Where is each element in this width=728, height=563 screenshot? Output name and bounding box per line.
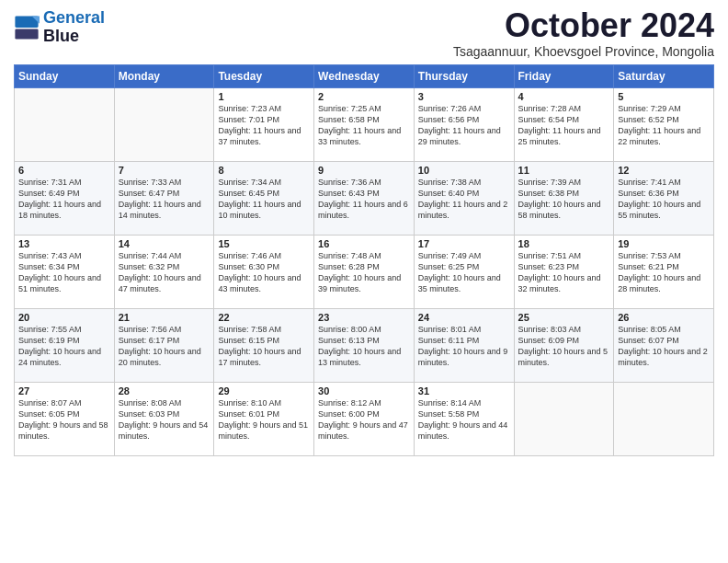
logo-line2: Blue: [43, 28, 105, 46]
day-number: 2: [318, 91, 410, 102]
day-info: Sunrise: 7:28 AM Sunset: 6:54 PM Dayligh…: [518, 103, 610, 148]
day-info: Sunrise: 7:46 AM Sunset: 6:30 PM Dayligh…: [218, 250, 310, 295]
location-subtitle: Tsagaannuur, Khoevsgoel Province, Mongol…: [453, 44, 714, 59]
page-header: General Blue October 2024 Tsagaannuur, K…: [14, 9, 714, 59]
calendar-cell: 1Sunrise: 7:23 AM Sunset: 7:01 PM Daylig…: [214, 88, 314, 162]
svg-rect-2: [15, 29, 38, 39]
logo-line1: General: [43, 8, 105, 27]
day-number: 5: [618, 91, 710, 102]
day-number: 16: [318, 238, 410, 249]
day-info: Sunrise: 8:00 AM Sunset: 6:13 PM Dayligh…: [318, 324, 410, 369]
calendar-cell: 25Sunrise: 8:03 AM Sunset: 6:09 PM Dayli…: [514, 309, 614, 383]
calendar-cell: 14Sunrise: 7:44 AM Sunset: 6:32 PM Dayli…: [114, 236, 214, 309]
day-info: Sunrise: 7:53 AM Sunset: 6:21 PM Dayligh…: [618, 250, 710, 295]
day-info: Sunrise: 7:55 AM Sunset: 6:19 PM Dayligh…: [18, 324, 110, 369]
calendar-cell: 6Sunrise: 7:31 AM Sunset: 6:49 PM Daylig…: [15, 162, 115, 236]
day-info: Sunrise: 7:38 AM Sunset: 6:40 PM Dayligh…: [418, 177, 510, 222]
day-number: 25: [518, 312, 610, 323]
day-number: 17: [418, 238, 510, 249]
calendar-cell: 2Sunrise: 7:25 AM Sunset: 6:58 PM Daylig…: [314, 88, 415, 162]
calendar-cell: 13Sunrise: 7:43 AM Sunset: 6:34 PM Dayli…: [15, 236, 115, 309]
day-number: 23: [318, 312, 410, 323]
weekday-header: Friday: [514, 65, 614, 88]
weekday-header: Sunday: [15, 65, 115, 88]
calendar-cell: 4Sunrise: 7:28 AM Sunset: 6:54 PM Daylig…: [514, 88, 614, 162]
day-number: 8: [218, 165, 310, 176]
day-number: 4: [518, 91, 610, 102]
calendar-cell: 15Sunrise: 7:46 AM Sunset: 6:30 PM Dayli…: [214, 236, 314, 309]
day-number: 7: [119, 165, 210, 176]
calendar-cell: 28Sunrise: 8:08 AM Sunset: 6:03 PM Dayli…: [114, 383, 214, 456]
weekday-header-row: SundayMondayTuesdayWednesdayThursdayFrid…: [15, 65, 714, 88]
calendar-cell: [614, 383, 714, 456]
calendar-cell: 11Sunrise: 7:39 AM Sunset: 6:38 PM Dayli…: [514, 162, 614, 236]
weekday-header: Monday: [114, 65, 214, 88]
day-info: Sunrise: 7:34 AM Sunset: 6:45 PM Dayligh…: [218, 177, 310, 222]
day-info: Sunrise: 8:01 AM Sunset: 6:11 PM Dayligh…: [418, 324, 510, 369]
day-number: 30: [318, 385, 410, 396]
day-number: 26: [618, 312, 710, 323]
calendar-cell: 24Sunrise: 8:01 AM Sunset: 6:11 PM Dayli…: [414, 309, 514, 383]
day-info: Sunrise: 7:29 AM Sunset: 6:52 PM Dayligh…: [618, 103, 710, 148]
day-number: 27: [18, 385, 110, 396]
calendar-week-row: 20Sunrise: 7:55 AM Sunset: 6:19 PM Dayli…: [15, 309, 714, 383]
day-number: 29: [218, 385, 310, 396]
calendar-cell: 22Sunrise: 7:58 AM Sunset: 6:15 PM Dayli…: [214, 309, 314, 383]
calendar-cell: 9Sunrise: 7:36 AM Sunset: 6:43 PM Daylig…: [314, 162, 415, 236]
calendar-cell: 26Sunrise: 8:05 AM Sunset: 6:07 PM Dayli…: [614, 309, 714, 383]
calendar-cell: [514, 383, 614, 456]
calendar-cell: 29Sunrise: 8:10 AM Sunset: 6:01 PM Dayli…: [214, 383, 314, 456]
day-number: 13: [18, 238, 110, 249]
calendar-table: SundayMondayTuesdayWednesdayThursdayFrid…: [14, 64, 714, 456]
weekday-header: Wednesday: [314, 65, 415, 88]
day-number: 6: [18, 165, 110, 176]
day-info: Sunrise: 7:31 AM Sunset: 6:49 PM Dayligh…: [18, 177, 110, 222]
title-block: October 2024 Tsagaannuur, Khoevsgoel Pro…: [453, 9, 714, 59]
day-number: 24: [418, 312, 510, 323]
calendar-cell: 17Sunrise: 7:49 AM Sunset: 6:25 PM Dayli…: [414, 236, 514, 309]
day-info: Sunrise: 7:23 AM Sunset: 7:01 PM Dayligh…: [218, 103, 310, 148]
day-number: 20: [18, 312, 110, 323]
day-info: Sunrise: 7:49 AM Sunset: 6:25 PM Dayligh…: [418, 250, 510, 295]
day-number: 11: [518, 165, 610, 176]
day-info: Sunrise: 8:07 AM Sunset: 6:05 PM Dayligh…: [18, 397, 110, 442]
calendar-week-row: 1Sunrise: 7:23 AM Sunset: 7:01 PM Daylig…: [15, 88, 714, 162]
day-info: Sunrise: 8:10 AM Sunset: 6:01 PM Dayligh…: [218, 397, 310, 442]
day-info: Sunrise: 7:33 AM Sunset: 6:47 PM Dayligh…: [119, 177, 210, 222]
logo-icon: [14, 15, 40, 40]
day-info: Sunrise: 7:25 AM Sunset: 6:58 PM Dayligh…: [318, 103, 410, 148]
calendar-cell: 10Sunrise: 7:38 AM Sunset: 6:40 PM Dayli…: [414, 162, 514, 236]
calendar-cell: 18Sunrise: 7:51 AM Sunset: 6:23 PM Dayli…: [514, 236, 614, 309]
day-number: 10: [418, 165, 510, 176]
calendar-cell: 3Sunrise: 7:26 AM Sunset: 6:56 PM Daylig…: [414, 88, 514, 162]
weekday-header: Saturday: [614, 65, 714, 88]
calendar-cell: 8Sunrise: 7:34 AM Sunset: 6:45 PM Daylig…: [214, 162, 314, 236]
day-number: 1: [218, 91, 310, 102]
day-number: 14: [119, 238, 210, 249]
day-info: Sunrise: 7:58 AM Sunset: 6:15 PM Dayligh…: [218, 324, 310, 369]
day-info: Sunrise: 8:08 AM Sunset: 6:03 PM Dayligh…: [119, 397, 210, 442]
day-number: 9: [318, 165, 410, 176]
calendar-cell: 27Sunrise: 8:07 AM Sunset: 6:05 PM Dayli…: [15, 383, 115, 456]
calendar-cell: 20Sunrise: 7:55 AM Sunset: 6:19 PM Dayli…: [15, 309, 115, 383]
calendar-cell: 21Sunrise: 7:56 AM Sunset: 6:17 PM Dayli…: [114, 309, 214, 383]
day-info: Sunrise: 8:05 AM Sunset: 6:07 PM Dayligh…: [618, 324, 710, 369]
day-number: 19: [618, 238, 710, 249]
calendar-cell: 31Sunrise: 8:14 AM Sunset: 5:58 PM Dayli…: [414, 383, 514, 456]
calendar-cell: 5Sunrise: 7:29 AM Sunset: 6:52 PM Daylig…: [614, 88, 714, 162]
day-info: Sunrise: 7:36 AM Sunset: 6:43 PM Dayligh…: [318, 177, 410, 222]
day-info: Sunrise: 8:12 AM Sunset: 6:00 PM Dayligh…: [318, 397, 410, 442]
day-info: Sunrise: 8:03 AM Sunset: 6:09 PM Dayligh…: [518, 324, 610, 369]
day-number: 3: [418, 91, 510, 102]
day-info: Sunrise: 7:48 AM Sunset: 6:28 PM Dayligh…: [318, 250, 410, 295]
day-info: Sunrise: 7:51 AM Sunset: 6:23 PM Dayligh…: [518, 250, 610, 295]
calendar-cell: [15, 88, 115, 162]
day-info: Sunrise: 7:26 AM Sunset: 6:56 PM Dayligh…: [418, 103, 510, 148]
day-number: 22: [218, 312, 310, 323]
day-info: Sunrise: 7:39 AM Sunset: 6:38 PM Dayligh…: [518, 177, 610, 222]
calendar-week-row: 6Sunrise: 7:31 AM Sunset: 6:49 PM Daylig…: [15, 162, 714, 236]
day-info: Sunrise: 7:56 AM Sunset: 6:17 PM Dayligh…: [119, 324, 210, 369]
day-info: Sunrise: 7:41 AM Sunset: 6:36 PM Dayligh…: [618, 177, 710, 222]
calendar-week-row: 13Sunrise: 7:43 AM Sunset: 6:34 PM Dayli…: [15, 236, 714, 309]
day-info: Sunrise: 8:14 AM Sunset: 5:58 PM Dayligh…: [418, 397, 510, 442]
